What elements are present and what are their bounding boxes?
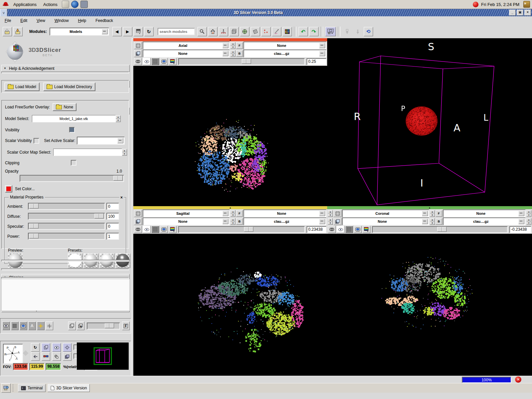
dropdown-icon[interactable]	[422, 219, 428, 224]
viewport-3d[interactable]: S R P L A I	[327, 38, 532, 206]
taskbar-handle[interactable]	[13, 384, 16, 392]
link-slices-icon[interactable]	[134, 226, 142, 233]
show-desktop-button[interactable]	[1, 383, 11, 393]
window-menu-button[interactable]: v	[0, 9, 7, 17]
dropdown-icon[interactable]	[222, 211, 228, 216]
menu-file[interactable]: File	[0, 18, 16, 23]
coronal-collapse-bar[interactable]: ▲	[327, 206, 532, 209]
toggle-background-button[interactable]: B	[77, 322, 84, 330]
coronal-slice-image[interactable]	[327, 234, 532, 376]
axial-label-spinner[interactable]: ▲▼	[230, 50, 235, 57]
module-history-button[interactable]	[134, 27, 143, 36]
fit-window-icon[interactable]	[354, 226, 362, 233]
specular-value[interactable]: 0	[106, 223, 119, 230]
foreground-layer-icon[interactable]: F	[436, 210, 442, 217]
slice-visibility-icon[interactable]	[143, 58, 151, 65]
search-module-button[interactable]	[198, 27, 207, 36]
coronal-background-spinner[interactable]: ▲▼	[526, 218, 531, 225]
window-titlebar[interactable]: 3D Slicer Version 3.0 Beta _ ▣ ×	[7, 9, 532, 16]
module-back-button[interactable]: ◀	[112, 27, 122, 36]
opacity-slider[interactable]	[20, 175, 124, 182]
task-terminal[interactable]: Terminal	[18, 384, 46, 392]
dropdown-icon[interactable]	[319, 211, 325, 216]
menu-window[interactable]: Window	[50, 18, 73, 23]
label-layer-icon[interactable]: L	[134, 218, 142, 225]
sagittal-orientation-select[interactable]: Sagittal	[143, 209, 230, 217]
colormap-icon[interactable]	[169, 226, 177, 233]
coronal-left-spinner-2[interactable]: ▲▼	[328, 218, 333, 225]
actions-menu[interactable]: Actions	[40, 0, 61, 9]
coronal-background-select[interactable]: clau....gz	[443, 217, 526, 225]
background-layer-icon[interactable]: B	[436, 218, 442, 225]
axial-slice-offset[interactable]: 0.25	[307, 58, 327, 65]
sync-button[interactable]: ⟲	[364, 27, 373, 36]
dropdown-icon[interactable]	[422, 211, 428, 216]
model-3d-brain[interactable]	[402, 103, 442, 140]
specular-slider[interactable]	[28, 223, 105, 230]
dropdown-icon[interactable]	[518, 211, 524, 216]
center-view-button[interactable]	[63, 343, 71, 352]
label-opacity-slider[interactable]	[87, 323, 120, 330]
save-scene-button[interactable]	[13, 27, 23, 36]
visibility-checkbox[interactable]	[69, 127, 75, 133]
sagittal-background-select[interactable]: clau....gz	[243, 217, 327, 225]
cancel-progress-button[interactable]: ✕	[515, 376, 521, 383]
coronal-left-spinner[interactable]: ▲▼	[328, 210, 333, 217]
crosshair-button[interactable]	[37, 322, 45, 330]
module-forward-button[interactable]: ▶	[123, 27, 132, 36]
overlay-none-button[interactable]: None	[53, 103, 76, 111]
sagittal-collapse-bar[interactable]: ▲	[133, 206, 327, 209]
coronal-orientation-select[interactable]: Coronal	[342, 209, 429, 217]
sagittal-label-select[interactable]: None	[143, 217, 230, 225]
slice-visibility-icon[interactable]	[143, 226, 151, 233]
label-layer-icon[interactable]: L	[134, 50, 142, 57]
foreground-layer-icon[interactable]: F	[236, 210, 243, 217]
menu-view[interactable]: View	[32, 18, 50, 23]
dropdown-icon[interactable]	[319, 219, 325, 224]
sagittal-orientation-spinner[interactable]: ▲▼	[230, 210, 235, 217]
field-of-view-button[interactable]: F	[122, 322, 130, 330]
redo-button[interactable]: ↷	[309, 27, 319, 36]
slice-visibility-icon[interactable]	[336, 226, 344, 233]
model-select-spinner[interactable]: ▲▼	[116, 115, 121, 122]
sagittal-slice-offset[interactable]: 0.23438	[307, 226, 327, 233]
coronal-orientation-spinner[interactable]: ▲▼	[430, 210, 435, 217]
label-layer-icon[interactable]: L	[333, 218, 341, 225]
ambient-value[interactable]: 0	[106, 203, 119, 210]
link-slices-icon[interactable]	[134, 58, 142, 65]
slice-label-opacity-button[interactable]	[11, 322, 19, 330]
axial-orientation-spinner[interactable]: ▲▼	[230, 42, 235, 49]
material-close-icon[interactable]: ×	[119, 195, 124, 200]
home-module-button[interactable]	[208, 27, 217, 36]
logout-icon[interactable]	[523, 1, 530, 8]
look-from-button[interactable]	[52, 343, 61, 352]
colormap-combobox[interactable]	[53, 149, 122, 156]
colors-module-button[interactable]	[283, 27, 292, 36]
modules-dropdown-icon[interactable]	[102, 29, 108, 34]
modules-select[interactable]: Models	[50, 28, 109, 36]
sagittal-label-spinner[interactable]: ▲▼	[230, 218, 235, 225]
coronal-slice-view[interactable]	[327, 234, 532, 376]
minimize-button[interactable]: _	[509, 10, 516, 16]
foreground-layer-icon[interactable]: F	[236, 42, 243, 49]
label-outline-icon[interactable]	[151, 226, 159, 233]
link-slices-icon[interactable]	[328, 226, 336, 233]
zoom-in-button[interactable]	[31, 352, 40, 361]
coronal-label-select[interactable]: None	[342, 217, 429, 225]
axial-collapse-bar[interactable]: ▲	[133, 38, 327, 41]
dropdown-icon[interactable]	[222, 51, 228, 56]
navigation-cube-button[interactable]	[42, 343, 50, 352]
axial-background-select[interactable]: clau....gz	[243, 50, 327, 58]
coronal-label-spinner[interactable]: ▲▼	[430, 218, 435, 225]
orientation-axes-widget[interactable]: PS RL IA	[3, 344, 23, 364]
layout-select-button[interactable]	[325, 27, 336, 36]
dropdown-icon[interactable]	[117, 138, 123, 143]
axial-slice-image[interactable]	[133, 66, 327, 207]
transforms-module-button[interactable]	[251, 27, 260, 36]
set-color-swatch-button[interactable]	[5, 185, 12, 193]
colormap-spinner[interactable]: ▲▼	[122, 149, 127, 156]
slice-background-button[interactable]	[20, 322, 27, 330]
browser-launcher-icon[interactable]	[71, 1, 78, 8]
menu-help[interactable]: Help	[73, 18, 91, 23]
background-layer-icon[interactable]: B	[236, 50, 243, 57]
